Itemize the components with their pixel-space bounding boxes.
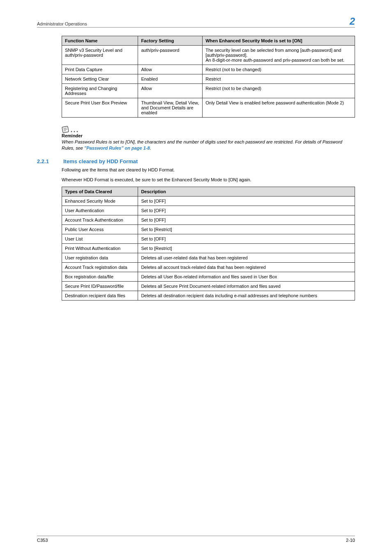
table-row: User AuthenticationSet to [OFF] xyxy=(62,206,355,215)
th: Factory Setting xyxy=(138,36,203,46)
td: Enabled xyxy=(138,74,203,84)
password-rules-link[interactable]: "Password Rules" on page 1-8 xyxy=(84,146,150,150)
td: Enhanced Security Mode xyxy=(62,197,138,206)
td: Set to [OFF] xyxy=(138,234,355,244)
th: Function Name xyxy=(62,36,138,46)
td: Restrict xyxy=(203,74,355,84)
td: Set to [OFF] xyxy=(138,206,355,215)
svg-line-2 xyxy=(64,129,67,130)
table-row: Account Track registration dataDeletes a… xyxy=(62,263,355,272)
table-row: Secure Print User Box PreviewThumbnail V… xyxy=(62,98,355,118)
table-header-row: Types of Data Cleared Description xyxy=(62,187,355,197)
td: Set to [OFF] xyxy=(138,197,355,206)
td: Public User Access xyxy=(62,225,138,234)
table-row: Print Data CaptureAllowRestrict (not to … xyxy=(62,65,355,74)
table-function-settings: Function Name Factory Setting When Enhan… xyxy=(62,36,355,118)
svg-point-4 xyxy=(71,131,72,132)
td: Deletes all Secure Print Document-relate… xyxy=(138,282,355,291)
table-row: Network Setting ClearEnabledRestrict xyxy=(62,74,355,84)
svg-point-6 xyxy=(77,131,78,132)
td: The security level can be selected from … xyxy=(203,46,355,65)
td: Network Setting Clear xyxy=(62,74,138,84)
header-section: Administrator Operations xyxy=(37,21,87,26)
td: User Authentication xyxy=(62,206,138,215)
page-footer: C353 2-10 xyxy=(37,536,355,543)
svg-line-3 xyxy=(64,131,66,131)
td: auth/priv-password xyxy=(138,46,203,65)
reminder-label: Reminder xyxy=(62,133,355,138)
footer-right: 2-10 xyxy=(346,538,355,543)
table-header-row: Function Name Factory Setting When Enhan… xyxy=(62,36,355,46)
table-row: Destination recipient data filesDeletes … xyxy=(62,291,355,301)
section-title: Items cleared by HDD Format xyxy=(63,158,138,164)
table-row: User registration dataDeletes all user-r… xyxy=(62,253,355,263)
reminder-icon xyxy=(62,126,355,134)
table-row: Public User AccessSet to [Restrict] xyxy=(62,225,355,234)
paragraph: Following are the items that are cleared… xyxy=(62,167,355,173)
table-row: SNMP v3 Security Level and auth/priv-pas… xyxy=(62,46,355,65)
td: Print Without Authentication xyxy=(62,244,138,253)
td: Secure Print ID/Password/file xyxy=(62,282,138,291)
td: User registration data xyxy=(62,253,138,263)
td: Box registration data/file xyxy=(62,272,138,282)
paragraph: Whenever HDD Format is executed, be sure… xyxy=(62,177,355,183)
svg-line-1 xyxy=(64,128,67,128)
td: Deletes all account track-related data t… xyxy=(138,263,355,272)
td: Only Detail View is enabled before passw… xyxy=(203,98,355,118)
td: SNMP v3 Security Level and auth/priv-pas… xyxy=(62,46,138,65)
td: Registering and Changing Addresses xyxy=(62,84,138,98)
svg-point-5 xyxy=(74,131,75,132)
td: Allow xyxy=(138,65,203,74)
td: Deletes all User Box-related information… xyxy=(138,272,355,282)
th: When Enhanced Security Mode is set to [O… xyxy=(203,36,355,46)
section-number: 2.2.1 xyxy=(37,158,53,164)
td: User List xyxy=(62,234,138,244)
table-row: Secure Print ID/Password/fileDeletes all… xyxy=(62,282,355,291)
table-row: Account Track AuthenticationSet to [OFF] xyxy=(62,215,355,225)
td: Set to [Restrict] xyxy=(138,225,355,234)
td: Destination recipient data files xyxy=(62,291,138,301)
table-row: Enhanced Security ModeSet to [OFF] xyxy=(62,197,355,206)
td: Restrict (not to be changed) xyxy=(203,65,355,74)
table-data-cleared: Types of Data Cleared Description Enhanc… xyxy=(62,187,355,301)
table-row: Box registration data/fileDeletes all Us… xyxy=(62,272,355,282)
td: Allow xyxy=(138,84,203,98)
page-header: Administrator Operations 2 xyxy=(37,16,355,28)
td: Set to [Restrict] xyxy=(138,244,355,253)
th: Description xyxy=(138,187,355,197)
td: Account Track registration data xyxy=(62,263,138,272)
table-row: Print Without AuthenticationSet to [Rest… xyxy=(62,244,355,253)
header-chapter: 2 xyxy=(350,16,355,26)
td: Print Data Capture xyxy=(62,65,138,74)
td: Account Track Authentication xyxy=(62,215,138,225)
td: Deletes all destination recipient data i… xyxy=(138,291,355,301)
td: Secure Print User Box Preview xyxy=(62,98,138,118)
td: Restrict (not to be changed) xyxy=(203,84,355,98)
reminder-text: When Password Rules is set to [ON], the … xyxy=(62,139,355,152)
td: Deletes all user-related data that has b… xyxy=(138,253,355,263)
th: Types of Data Cleared xyxy=(62,187,138,197)
td: Set to [OFF] xyxy=(138,215,355,225)
table-row: User ListSet to [OFF] xyxy=(62,234,355,244)
footer-left: C353 xyxy=(37,538,48,543)
td: Thumbnail View, Detail View, and Documen… xyxy=(138,98,203,118)
table-row: Registering and Changing AddressesAllowR… xyxy=(62,84,355,98)
reminder-text-part2: . xyxy=(150,146,151,150)
